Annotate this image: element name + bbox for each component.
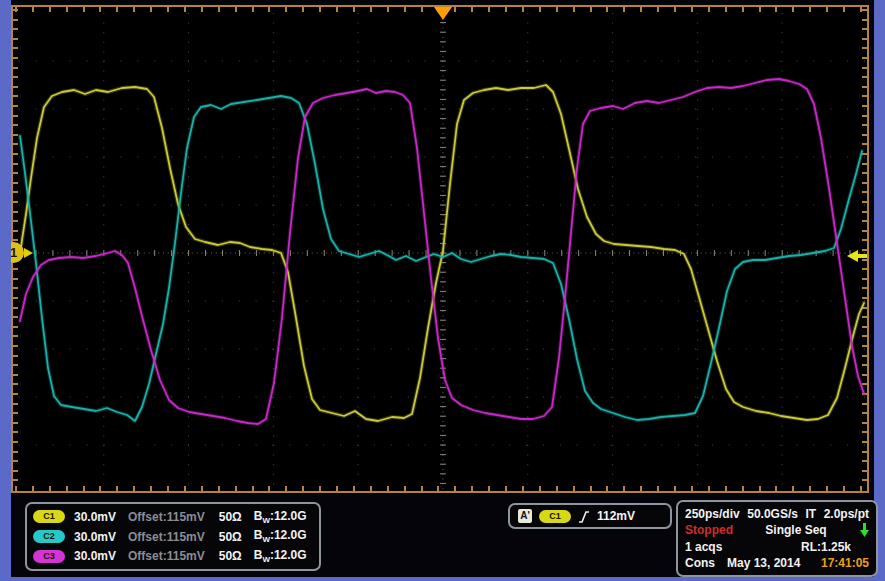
trigger-level-value: 112mV	[597, 509, 635, 523]
c1-bandwidth: BW:12.0G	[254, 509, 307, 525]
rising-edge-slope-icon	[578, 509, 590, 524]
channel-readout-box[interactable]: C1 30.0mV Offset:115mV 50Ω BW:12.0G C2 3…	[25, 502, 321, 571]
trigger-ready-arrow-icon	[859, 522, 869, 538]
record-length: RL:1.25k	[801, 540, 851, 554]
channel-badge-c1[interactable]: C1	[33, 510, 65, 523]
channel-row-c2[interactable]: C2 30.0mV Offset:115mV 50Ω BW:12.0G	[33, 527, 313, 547]
datetime-row: Cons May 13, 2014 17:41:05	[685, 555, 869, 571]
channel-badge-c2[interactable]: C2	[33, 530, 65, 543]
date-value: May 13, 2014	[727, 556, 800, 570]
resolution: 2.0ps/pt	[824, 507, 869, 521]
trigger-level-arrow-icon[interactable]	[847, 250, 858, 262]
channel1-reference-arrow-icon	[24, 248, 33, 258]
c2-termination: 50Ω	[219, 530, 242, 544]
acquisition-count-row: 1 acqs RL:1.25k	[685, 539, 869, 555]
trigger-position-marker-icon[interactable]	[434, 7, 452, 20]
trigger-level-arrow-tail	[858, 254, 867, 258]
c3-scale: 30.0mV	[74, 549, 116, 563]
channel-row-c1[interactable]: C1 30.0mV Offset:115mV 50Ω BW:12.0G	[33, 507, 313, 527]
acquisition-count: 1 acqs	[685, 540, 722, 554]
channel-badge-c3[interactable]: C3	[33, 550, 65, 563]
c3-offset: Offset:115mV	[128, 549, 205, 563]
horizontal-acquisition-box[interactable]: 250ps/div 50.0GS/s IT 2.0ps/pt Stopped S…	[676, 500, 878, 577]
sampling-mode: IT	[805, 507, 816, 521]
acquisition-status: Stopped	[685, 523, 733, 537]
timebase-row: 250ps/div 50.0GS/s IT 2.0ps/pt	[685, 506, 869, 522]
ruler-ticks-bottom	[15, 486, 865, 491]
cons-label: Cons	[685, 556, 715, 570]
trigger-readout-box[interactable]: A' C1 112mV	[508, 503, 672, 529]
window-border-left	[0, 0, 11, 577]
time-value: 17:41:05	[821, 556, 869, 570]
c1-offset: Offset:115mV	[128, 510, 205, 524]
window-border-bottom	[0, 577, 885, 581]
trigger-source-badge[interactable]: C1	[539, 510, 571, 523]
window-border-right	[874, 0, 885, 577]
timebase-scale: 250ps/div	[685, 507, 740, 521]
trigger-aux-badge[interactable]: A'	[518, 509, 532, 523]
channel-row-c3[interactable]: C3 30.0mV Offset:115mV 50Ω BW:12.0G	[33, 546, 313, 566]
c3-termination: 50Ω	[219, 549, 242, 563]
acquisition-mode: Single Seq	[765, 523, 826, 537]
c2-bandwidth: BW:12.0G	[254, 528, 307, 544]
oscilloscope-screen: 1 C1 30.0mV Offset:115mV 50Ω BW:12.0G C2…	[0, 0, 885, 581]
c1-termination: 50Ω	[219, 510, 242, 524]
graticule-frame	[11, 5, 869, 493]
ruler-ticks-right	[862, 9, 867, 489]
c2-scale: 30.0mV	[74, 530, 116, 544]
c1-scale: 30.0mV	[74, 510, 116, 524]
c3-bandwidth: BW:12.0G	[254, 548, 307, 564]
c2-offset: Offset:115mV	[128, 530, 205, 544]
acquisition-status-row: Stopped Single Seq	[685, 522, 869, 538]
sample-rate: 50.0GS/s	[747, 507, 798, 521]
